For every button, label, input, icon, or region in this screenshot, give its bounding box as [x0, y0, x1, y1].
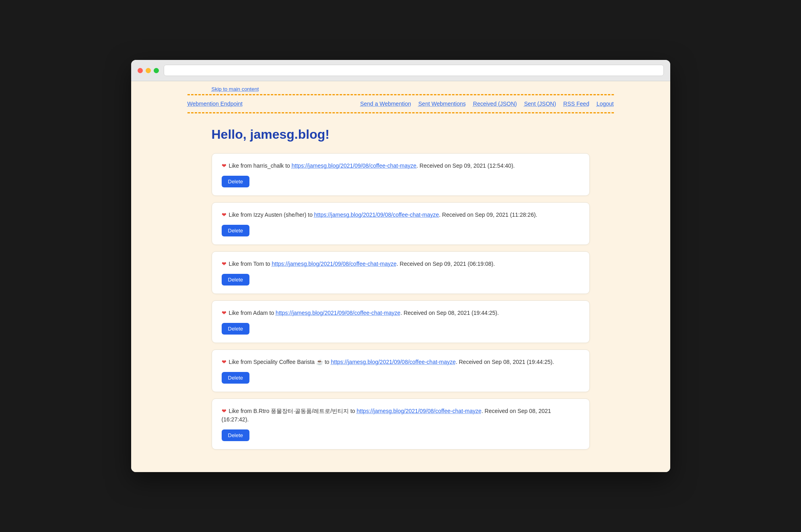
mention-card: ❤ Like from harris_chalk to https://jame… — [212, 153, 590, 196]
heart-icon: ❤ — [222, 408, 227, 414]
brand-link[interactable]: Webmention Endpoint — [187, 101, 243, 107]
mention-card: ❤ Like from B.Rtro 풍물장터·골동품/레트로/빈티지 to h… — [212, 398, 590, 450]
mention-url-link[interactable]: https://jamesg.blog/2021/09/08/coffee-ch… — [357, 408, 482, 414]
nav-links: Send a Webmention Sent Webmentions Recei… — [360, 101, 614, 107]
delete-button[interactable]: Delete — [222, 274, 250, 286]
nav-bar: Webmention Endpoint Send a Webmention Se… — [131, 97, 670, 111]
minimize-button[interactable] — [146, 68, 151, 73]
close-button[interactable] — [138, 68, 143, 73]
dashed-border-top — [187, 94, 614, 95]
address-bar[interactable] — [164, 65, 664, 76]
maximize-button[interactable] — [154, 68, 159, 73]
mention-url-link[interactable]: https://jamesg.blog/2021/09/08/coffee-ch… — [272, 261, 397, 267]
heart-icon: ❤ — [222, 212, 227, 218]
main-content: Hello, jamesg.blog! ❤ Like from harris_c… — [131, 115, 670, 472]
heart-icon: ❤ — [222, 359, 227, 365]
mention-text: ❤ Like from Speciality Coffee Barista ☕ … — [222, 358, 580, 366]
delete-button[interactable]: Delete — [222, 372, 250, 384]
mention-url-link[interactable]: https://jamesg.blog/2021/09/08/coffee-ch… — [331, 359, 455, 365]
heart-icon: ❤ — [222, 162, 227, 169]
mention-card: ❤ Like from Speciality Coffee Barista ☕ … — [212, 349, 590, 392]
nav-sent-webmentions[interactable]: Sent Webmentions — [418, 101, 466, 107]
browser-chrome — [131, 60, 670, 81]
nav-sent-json[interactable]: Sent (JSON) — [524, 101, 556, 107]
heart-icon: ❤ — [222, 261, 227, 267]
delete-button[interactable]: Delete — [222, 429, 250, 441]
mention-card: ❤ Like from Tom to https://jamesg.blog/2… — [212, 251, 590, 294]
mention-text: ❤ Like from Izzy Austen (she/her) to htt… — [222, 211, 580, 219]
dashed-border-bottom — [187, 112, 614, 113]
mention-card: ❤ Like from Adam to https://jamesg.blog/… — [212, 300, 590, 343]
mention-text: ❤ Like from Adam to https://jamesg.blog/… — [222, 309, 580, 317]
skip-to-main-link[interactable]: Skip to main content — [212, 86, 259, 92]
delete-button[interactable]: Delete — [222, 323, 250, 335]
mention-card: ❤ Like from Izzy Austen (she/her) to htt… — [212, 202, 590, 245]
mention-text: ❤ Like from Tom to https://jamesg.blog/2… — [222, 260, 580, 268]
mention-cards-container: ❤ Like from harris_chalk to https://jame… — [212, 153, 590, 450]
nav-send-webmention[interactable]: Send a Webmention — [360, 101, 411, 107]
mention-text: ❤ Like from harris_chalk to https://jame… — [222, 162, 580, 170]
heart-icon: ❤ — [222, 310, 227, 316]
mention-text: ❤ Like from B.Rtro 풍물장터·골동품/레트로/빈티지 to h… — [222, 407, 580, 424]
mention-url-link[interactable]: https://jamesg.blog/2021/09/08/coffee-ch… — [276, 310, 400, 316]
browser-window: Skip to main content Webmention Endpoint… — [131, 60, 670, 472]
skip-link-container: Skip to main content — [131, 81, 670, 92]
delete-button[interactable]: Delete — [222, 176, 250, 187]
mention-url-link[interactable]: https://jamesg.blog/2021/09/08/coffee-ch… — [292, 162, 416, 169]
nav-received-json[interactable]: Received (JSON) — [473, 101, 517, 107]
nav-brand: Webmention Endpoint — [187, 100, 243, 107]
traffic-lights — [138, 68, 159, 73]
nav-rss-feed[interactable]: RSS Feed — [563, 101, 589, 107]
page-content: Skip to main content Webmention Endpoint… — [131, 81, 670, 472]
nav-logout[interactable]: Logout — [597, 101, 614, 107]
delete-button[interactable]: Delete — [222, 225, 250, 236]
mention-url-link[interactable]: https://jamesg.blog/2021/09/08/coffee-ch… — [314, 212, 439, 218]
page-title: Hello, jamesg.blog! — [212, 127, 590, 142]
